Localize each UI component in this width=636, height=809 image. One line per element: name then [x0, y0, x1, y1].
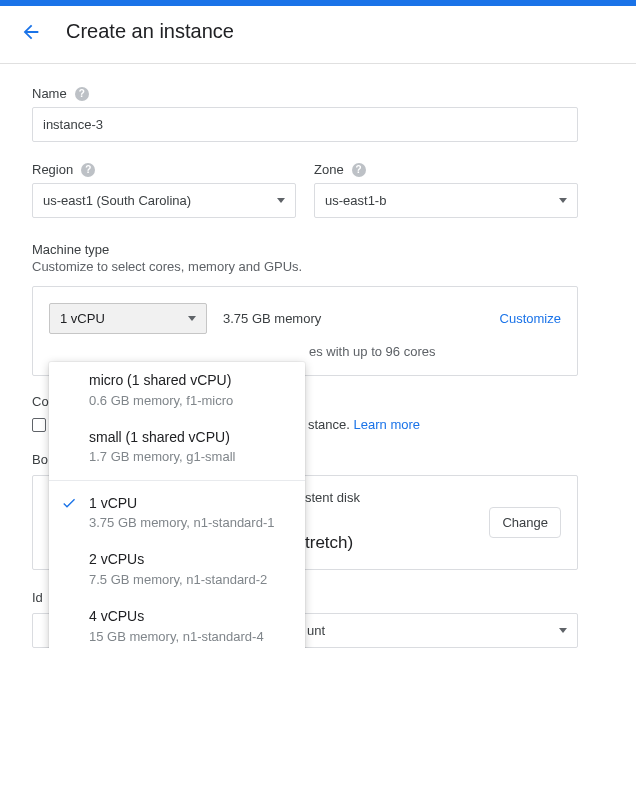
dropdown-item-sub: 15 GB memory, n1-standard-4: [89, 628, 289, 646]
help-icon[interactable]: ?: [75, 87, 89, 101]
zone-label: Zone: [314, 162, 344, 177]
dropdown-item[interactable]: micro (1 shared vCPU)0.6 GB memory, f1-m…: [49, 362, 305, 419]
memory-label: 3.75 GB memory: [223, 311, 484, 326]
upgrade-hint: es with up to 96 cores: [49, 344, 561, 359]
change-button[interactable]: Change: [489, 507, 561, 538]
zone-col: Zone ? us-east1-b: [314, 162, 578, 218]
page-title: Create an instance: [66, 20, 234, 43]
learn-more-link[interactable]: Learn more: [354, 417, 420, 432]
chevron-down-icon: [277, 198, 285, 203]
boot-os: tretch): [305, 533, 473, 553]
dropdown-item-title: 4 vCPUs: [89, 607, 289, 627]
help-icon[interactable]: ?: [352, 163, 366, 177]
name-label: Name: [32, 86, 67, 101]
machine-type-section: Machine type Customize to select cores, …: [32, 242, 576, 376]
name-input[interactable]: [32, 107, 578, 142]
back-arrow-icon[interactable]: [20, 21, 42, 43]
container-checkbox[interactable]: [32, 418, 46, 432]
check-icon: [61, 495, 77, 514]
dropdown-item-title: small (1 shared vCPU): [89, 428, 289, 448]
region-label: Region: [32, 162, 73, 177]
dropdown-item-sub: 0.6 GB memory, f1-micro: [89, 392, 289, 410]
identity-value: unt: [307, 623, 325, 638]
region-value: us-east1 (South Carolina): [43, 193, 191, 208]
zone-value: us-east1-b: [325, 193, 386, 208]
vcpu-select[interactable]: 1 vCPU: [49, 303, 207, 334]
dropdown-item[interactable]: 2 vCPUs7.5 GB memory, n1-standard-2: [49, 541, 305, 598]
page-header: Create an instance: [0, 6, 636, 64]
dropdown-item-title: micro (1 shared vCPU): [89, 371, 289, 391]
customize-link[interactable]: Customize: [500, 311, 561, 326]
form-body: Name ? Region ? us-east1 (South Carolina…: [0, 64, 608, 648]
region-zone-row: Region ? us-east1 (South Carolina) Zone …: [32, 162, 576, 218]
chevron-down-icon: [188, 316, 196, 321]
dropdown-item[interactable]: small (1 shared vCPU)1.7 GB memory, g1-s…: [49, 419, 305, 476]
dropdown-separator: [49, 480, 305, 481]
help-icon[interactable]: ?: [81, 163, 95, 177]
region-select[interactable]: us-east1 (South Carolina): [32, 183, 296, 218]
boot-disk-type: stent disk: [305, 490, 473, 505]
machine-type-hint: Customize to select cores, memory and GP…: [32, 259, 576, 274]
dropdown-item-title: 1 vCPU: [89, 494, 289, 514]
dropdown-item[interactable]: 4 vCPUs15 GB memory, n1-standard-4: [49, 598, 305, 648]
zone-select[interactable]: us-east1-b: [314, 183, 578, 218]
container-text-partial: stance. Learn more: [308, 417, 420, 432]
region-col: Region ? us-east1 (South Carolina): [32, 162, 296, 218]
dropdown-item-title: 2 vCPUs: [89, 550, 289, 570]
vcpu-selected-value: 1 vCPU: [60, 311, 105, 326]
chevron-down-icon: [559, 198, 567, 203]
dropdown-item-sub: 1.7 GB memory, g1-small: [89, 448, 289, 466]
dropdown-item-sub: 3.75 GB memory, n1-standard-1: [89, 514, 289, 532]
dropdown-item[interactable]: 1 vCPU3.75 GB memory, n1-standard-1: [49, 485, 305, 542]
dropdown-item-sub: 7.5 GB memory, n1-standard-2: [89, 571, 289, 589]
vcpu-dropdown: micro (1 shared vCPU)0.6 GB memory, f1-m…: [49, 362, 305, 648]
name-label-row: Name ?: [32, 86, 576, 101]
chevron-down-icon: [559, 628, 567, 633]
machine-type-label: Machine type: [32, 242, 576, 257]
